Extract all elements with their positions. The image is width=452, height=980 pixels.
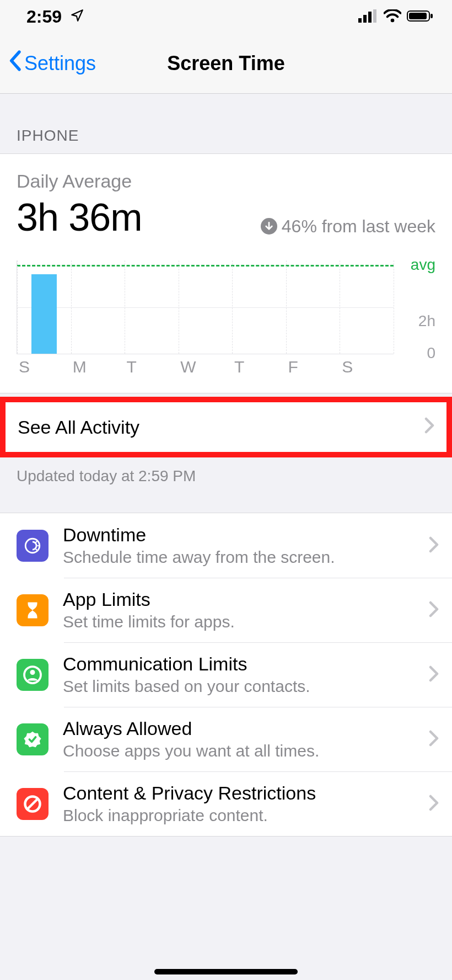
svg-point-13	[30, 670, 35, 675]
x-tick: T	[124, 358, 178, 382]
status-time: 2:59	[26, 7, 62, 26]
svg-rect-3	[373, 9, 376, 23]
row-title: App Limits	[63, 589, 415, 610]
svg-rect-0	[358, 18, 362, 23]
always-allowed-icon	[17, 723, 49, 755]
delta-text: 46% from last week	[282, 216, 435, 237]
y-tick-2h: 2h	[418, 312, 435, 330]
app-limits-icon	[17, 594, 49, 626]
x-tick: F	[286, 358, 340, 382]
communication-icon	[17, 659, 49, 691]
chevron-right-icon	[424, 417, 434, 438]
settings-row-app-limits[interactable]: App LimitsSet time limits for apps.	[0, 578, 452, 642]
daily-average-value: 3h 36m	[17, 195, 142, 239]
x-axis: SMTWTFS	[17, 358, 394, 382]
chevron-right-icon	[429, 795, 439, 813]
svg-line-11	[36, 548, 37, 550]
arrow-down-icon	[261, 218, 277, 235]
see-all-highlight: See All Activity	[0, 397, 452, 457]
cell-signal-icon	[358, 7, 378, 27]
status-right	[358, 7, 433, 27]
row-sub: Set time limits for apps.	[63, 612, 415, 631]
row-sub: Set limits based on your contacts.	[63, 677, 415, 696]
updated-text: Updated today at 2:59 PM	[0, 457, 452, 513]
row-text: App LimitsSet time limits for apps.	[63, 589, 415, 631]
row-text: Communication LimitsSet limits based on …	[63, 653, 415, 696]
chart-area	[17, 260, 394, 354]
row-sub: Schedule time away from the screen.	[63, 548, 415, 567]
y-tick-0: 0	[427, 344, 435, 362]
see-all-label: See All Activity	[18, 417, 139, 438]
svg-rect-6	[409, 13, 427, 19]
chevron-right-icon	[429, 536, 439, 555]
avg-label: avg	[411, 256, 435, 274]
daily-average-row: 3h 36m 46% from last week	[17, 195, 435, 239]
svg-rect-1	[363, 15, 367, 23]
battery-icon	[407, 7, 433, 27]
usage-card: Daily Average 3h 36m 46% from last week …	[0, 153, 452, 393]
row-title: Downtime	[63, 524, 415, 546]
svg-line-15	[28, 799, 37, 809]
row-text: Always AllowedChoose apps you want at al…	[63, 718, 415, 760]
wifi-icon	[384, 7, 401, 27]
settings-row-communication-limits[interactable]: Communication LimitsSet limits based on …	[0, 642, 452, 707]
section-header: IPHONE	[0, 94, 452, 153]
x-tick: S	[17, 358, 71, 382]
svg-rect-7	[431, 14, 433, 18]
settings-row-downtime[interactable]: DowntimeSchedule time away from the scre…	[0, 513, 452, 578]
x-tick: W	[178, 358, 232, 382]
settings-row-content-privacy-restrictions[interactable]: Content & Privacy RestrictionsBlock inap…	[0, 771, 452, 836]
usage-chart: avg 2h 0 SMTWTFS	[17, 260, 435, 382]
x-tick: T	[232, 358, 286, 382]
row-sub: Block inappropriate content.	[63, 806, 415, 825]
downtime-icon	[17, 530, 49, 562]
home-indicator	[154, 969, 298, 974]
chevron-right-icon	[429, 730, 439, 749]
gridline	[17, 307, 394, 308]
settings-row-always-allowed[interactable]: Always AllowedChoose apps you want at al…	[0, 707, 452, 771]
nav-header: Settings Screen Time	[0, 33, 452, 94]
chevron-right-icon	[429, 601, 439, 620]
row-title: Always Allowed	[63, 718, 415, 739]
svg-line-9	[36, 541, 37, 542]
row-text: DowntimeSchedule time away from the scre…	[63, 524, 415, 567]
settings-list: DowntimeSchedule time away from the scre…	[0, 513, 452, 837]
x-tick: S	[340, 358, 394, 382]
avg-line	[17, 265, 394, 267]
daily-average-label: Daily Average	[17, 171, 435, 192]
see-all-activity-row[interactable]: See All Activity	[6, 402, 446, 452]
status-bar: 2:59	[0, 0, 452, 33]
row-title: Content & Privacy Restrictions	[63, 782, 415, 804]
status-time-group: 2:59	[26, 7, 84, 27]
svg-point-4	[391, 18, 395, 22]
restrictions-icon	[17, 788, 49, 820]
chevron-right-icon	[429, 665, 439, 684]
delta: 46% from last week	[261, 216, 435, 237]
x-tick: M	[71, 358, 125, 382]
bar	[31, 274, 57, 354]
location-icon	[70, 7, 84, 26]
svg-rect-2	[368, 12, 372, 23]
row-text: Content & Privacy RestrictionsBlock inap…	[63, 782, 415, 825]
row-title: Communication Limits	[63, 653, 415, 675]
page-title: Screen Time	[0, 52, 452, 75]
row-sub: Choose apps you want at all times.	[63, 742, 415, 760]
